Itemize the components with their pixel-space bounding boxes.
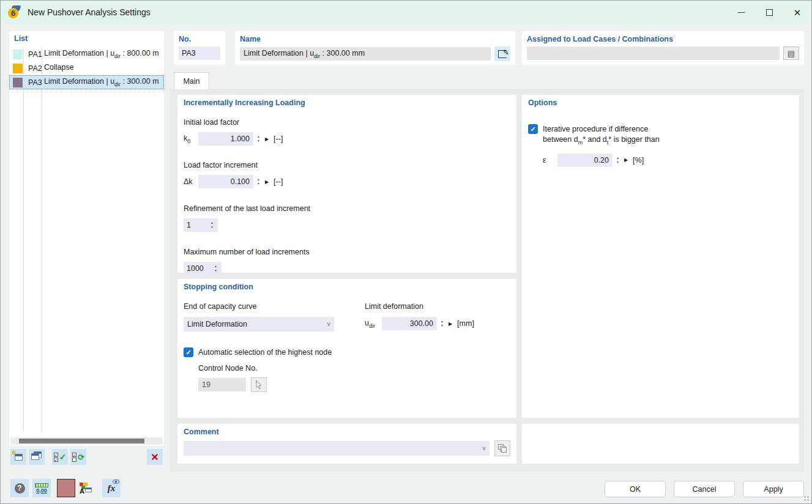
refinement-label: Refinement of the last load increment bbox=[184, 204, 510, 213]
incremental-loading-section: Incrementally Increasing Loading Initial… bbox=[177, 95, 516, 273]
detail-arrow-button[interactable]: ▶ bbox=[265, 179, 269, 185]
horizontal-scrollbar[interactable] bbox=[10, 437, 163, 445]
units-icon: 0,00 bbox=[35, 483, 48, 494]
ok-label: OK bbox=[630, 485, 641, 494]
units-settings-button[interactable]: 0,00 bbox=[32, 479, 51, 497]
edit-pencil-icon bbox=[498, 50, 507, 58]
limit-deformation-input[interactable]: 300.00 bbox=[382, 317, 437, 330]
ok-button[interactable]: OK bbox=[605, 481, 666, 497]
spinner-up-down[interactable]: ▲▼ bbox=[439, 319, 445, 328]
dialog-window: 6 New Pushover Analysis Settings ✕ List … bbox=[0, 0, 812, 504]
tab-main[interactable]: Main bbox=[174, 72, 209, 89]
list-lines-icon: ▤ bbox=[788, 49, 795, 58]
spinner-up-down[interactable]: ▲▼ bbox=[213, 264, 218, 273]
copy-icon bbox=[31, 453, 39, 460]
scrollbar-thumb[interactable] bbox=[19, 439, 144, 443]
assign-load-cases-button[interactable]: ▤ bbox=[783, 46, 799, 60]
apply-button[interactable]: Apply bbox=[743, 481, 804, 497]
epsilon-symbol: ε bbox=[543, 156, 557, 165]
end-capacity-curve-label: End of capacity curve bbox=[184, 302, 350, 311]
formula-button[interactable]: fx bbox=[102, 479, 121, 497]
spinner-up-down[interactable]: ▲▼ bbox=[615, 156, 620, 165]
options-section: Options ✓ Iterative procedure if differe… bbox=[522, 95, 799, 418]
item-label: Limit Deformation | udir : 300.00 m bbox=[44, 77, 159, 87]
initial-load-factor-label: Initial load factor bbox=[184, 118, 510, 127]
display-settings-icon: A bbox=[80, 483, 92, 494]
comment-title: Comment bbox=[184, 428, 510, 436]
new-star-icon: ✶ bbox=[11, 449, 17, 457]
display-settings-button[interactable]: A bbox=[76, 479, 95, 497]
no-input[interactable]: PA3 bbox=[179, 46, 220, 60]
eye-icon bbox=[113, 480, 119, 484]
load-factor-increment-label: Load factor increment bbox=[184, 161, 510, 169]
list-item-pa1[interactable]: PA1 Limit Deformation | udir : 800.00 m bbox=[9, 47, 164, 61]
max-increments-input[interactable]: 1000 ▲▼ bbox=[184, 262, 222, 275]
minimize-button[interactable] bbox=[727, 1, 755, 24]
close-button[interactable]: ✕ bbox=[783, 1, 811, 24]
color-swatch bbox=[13, 78, 23, 87]
iterative-procedure-checkbox[interactable]: ✓ bbox=[528, 124, 538, 134]
maximize-button[interactable] bbox=[755, 1, 783, 24]
rename-button[interactable] bbox=[494, 46, 510, 61]
title-bar: 6 New Pushover Analysis Settings ✕ bbox=[1, 1, 811, 24]
list-column-divider bbox=[23, 47, 24, 432]
help-button[interactable]: ? bbox=[10, 479, 29, 497]
invert-selection-button[interactable]: ✓ ⟳ bbox=[70, 449, 86, 465]
help-icon: ? bbox=[15, 483, 25, 494]
chevron-down-icon: ˅ bbox=[482, 445, 486, 452]
auto-highest-node-checkbox[interactable]: ✓ bbox=[184, 347, 193, 357]
empty-panel bbox=[522, 424, 799, 464]
control-node-input[interactable]: 19 bbox=[198, 378, 246, 391]
assigned-input[interactable] bbox=[527, 46, 780, 60]
cursor-arrow-icon bbox=[255, 380, 263, 390]
item-label: Limit Deformation | udir : 800.00 m bbox=[44, 49, 159, 59]
detail-arrow-button[interactable]: ▶ bbox=[449, 321, 452, 327]
new-item-button[interactable]: ✶ bbox=[10, 449, 26, 465]
detail-arrow-button[interactable]: ▶ bbox=[624, 157, 628, 163]
epsilon-input[interactable]: 0.20 bbox=[557, 154, 613, 167]
comment-section: Comment ˅ bbox=[177, 424, 516, 464]
load-factor-increment-input[interactable]: 0.100 bbox=[198, 175, 253, 188]
item-id: PA3 bbox=[28, 78, 44, 87]
cancel-button[interactable]: Cancel bbox=[674, 481, 735, 497]
analysis-list-panel: List PA1 Limit Deformation | udir : 800.… bbox=[9, 31, 164, 446]
list-toolbar: ✶ ✓✓ ✓ ✓ ⟳ ✕ bbox=[10, 449, 163, 465]
spinner-up-down[interactable]: ▲▼ bbox=[256, 177, 261, 186]
select-all-button[interactable]: ✓✓ ✓ bbox=[52, 449, 68, 465]
auto-highest-node-label: Automatic selection of the highest node bbox=[198, 348, 332, 357]
tab-main-label: Main bbox=[183, 77, 199, 86]
color-swatch bbox=[13, 64, 23, 73]
window-controls: ✕ bbox=[727, 1, 811, 24]
max-increments-label: Maximum number of load increments bbox=[184, 248, 510, 256]
checkboxes-icon: ✓ bbox=[72, 453, 76, 462]
node-picker-button[interactable] bbox=[251, 377, 267, 392]
list-rows: PA1 Limit Deformation | udir : 800.00 m … bbox=[9, 47, 164, 89]
list-item-pa2[interactable]: PA2 Collapse bbox=[9, 61, 164, 75]
comment-templates-button[interactable] bbox=[494, 440, 510, 456]
initial-load-factor-input[interactable]: 1.000 bbox=[198, 132, 253, 146]
copy-item-button[interactable] bbox=[29, 449, 45, 465]
check-icon: ✓ bbox=[59, 452, 67, 462]
name-input[interactable]: Limit Deformation | udir : 300.00 mm bbox=[240, 47, 491, 61]
refinement-input[interactable]: 1 ▲▼ bbox=[184, 218, 218, 232]
item-id: PA1 bbox=[28, 50, 44, 59]
refresh-arrows-icon: ⟳ bbox=[78, 453, 84, 462]
color-picker-button[interactable] bbox=[57, 479, 75, 497]
detail-arrow-button[interactable]: ▶ bbox=[265, 136, 269, 142]
delta-k-symbol: Δk bbox=[184, 177, 198, 186]
list-item-pa3-selected[interactable]: PA3 Limit Deformation | udir : 300.00 m bbox=[9, 75, 164, 89]
item-label: Collapse bbox=[44, 63, 74, 73]
end-capacity-curve-select[interactable]: Limit Deformation ˅ bbox=[184, 317, 334, 332]
maximize-icon bbox=[766, 9, 773, 16]
spinner-up-down[interactable]: ▲▼ bbox=[209, 221, 215, 229]
no-value: PA3 bbox=[182, 49, 196, 57]
apply-label: Apply bbox=[764, 485, 783, 494]
spinner-up-down[interactable]: ▲▼ bbox=[256, 135, 261, 143]
delete-item-button[interactable]: ✕ bbox=[147, 449, 163, 465]
limit-deformation-label: Limit deformation bbox=[365, 302, 474, 311]
dialog-bottom-toolbar: ? 0,00 A fx bbox=[10, 479, 121, 497]
list-column-divider bbox=[42, 47, 42, 432]
comment-combobox[interactable]: ˅ bbox=[184, 441, 490, 456]
incremental-title: Incrementally Increasing Loading bbox=[184, 98, 510, 107]
resize-grip[interactable] bbox=[803, 495, 810, 502]
